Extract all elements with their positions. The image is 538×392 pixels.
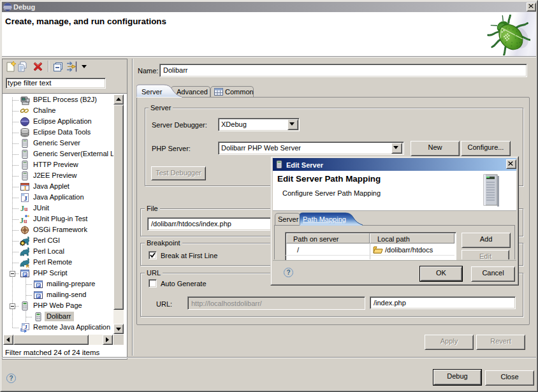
svg-text:P: P <box>37 283 40 287</box>
svg-text:u: u <box>24 205 28 212</box>
svg-text:P: P <box>37 294 40 298</box>
svg-text:P: P <box>24 272 27 277</box>
svg-text:J: J <box>24 324 27 330</box>
svg-text:u: u <box>24 217 27 224</box>
svg-text:J: J <box>24 194 27 202</box>
svg-text:J: J <box>24 185 27 192</box>
svg-text:R: R <box>26 264 29 268</box>
